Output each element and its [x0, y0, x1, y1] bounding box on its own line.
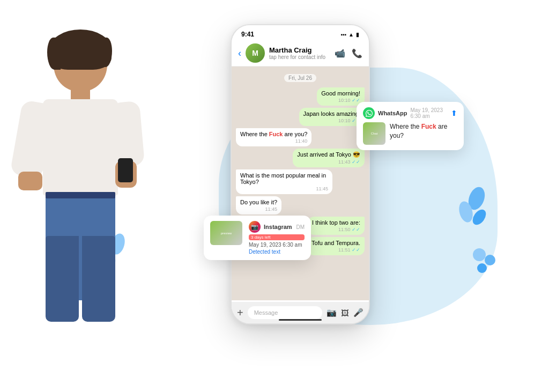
wa-popup-date: May 19, 2023 6:30 am — [410, 107, 448, 119]
sent-bubble-4: Just arrived at Tokyo 😎 11:43 ✓✓ — [293, 149, 365, 167]
message-2: Japan looks amazing! 10:10 ✓✓ — [236, 108, 365, 126]
status-icons: ▪▪▪ ▲ ▮ — [340, 32, 359, 38]
svg-point-10 — [477, 263, 487, 273]
camera-icon[interactable]: 📷 — [327, 308, 337, 317]
ig-popup-app-name: Instagram — [264, 224, 292, 230]
contact-avatar: M — [246, 43, 265, 63]
svg-point-9 — [485, 255, 495, 265]
instagram-icon: 📷 — [249, 221, 261, 233]
add-attachment-icon[interactable]: + — [237, 307, 243, 319]
chat-header[interactable]: ‹ M Martha Craig tap here for contact in… — [232, 40, 369, 66]
status-bar: 9:41 ▪▪▪ ▲ ▮ — [232, 25, 369, 40]
leaf-decoration-right2 — [471, 247, 498, 279]
wifi-icon: ▲ — [348, 32, 354, 38]
msg-text-8: Tofu and Tempura. — [311, 240, 360, 246]
phone-call-icon[interactable]: 📞 — [352, 48, 362, 58]
msg-text-3b: are you? — [283, 131, 308, 137]
sent-bubble-8: Tofu and Tempura. 11:51 ✓✓ — [307, 237, 365, 255]
msg-time-6: 11:45 — [240, 206, 277, 212]
message-1: Good morning! 10:10 ✓✓ — [236, 87, 365, 106]
contact-subtitle: tap here for contact info — [269, 54, 330, 60]
msg-time-2: 10:10 ✓✓ — [303, 118, 360, 123]
message-3: Where the Fuck are you? 11:40 — [236, 128, 365, 146]
message-4: Just arrived at Tokyo 😎 11:43 ✓✓ — [236, 149, 365, 167]
back-button[interactable]: ‹ — [238, 48, 241, 59]
phone-screen: 9:41 ▪▪▪ ▲ ▮ ‹ M Martha Craig tap here f… — [231, 24, 370, 324]
msg-time-3: 11:40 — [240, 138, 307, 144]
sent-bubble-7: I think top two are: 11:50 ✓✓ — [308, 217, 365, 235]
sent-bubble-1: Good morning! 10:10 ✓✓ — [317, 87, 365, 106]
battery-icon: ▮ — [356, 32, 359, 38]
gallery-icon[interactable]: 🖼 — [341, 308, 349, 317]
mic-icon[interactable]: 🎤 — [353, 308, 363, 317]
chat-messages: Fri, Jul 26 Good morning! 10:10 ✓✓ Japan… — [232, 66, 369, 300]
header-action-icons: 📹 📞 — [335, 48, 362, 58]
msg-time-8: 11:51 ✓✓ — [311, 247, 360, 253]
contact-name: Martha Craig — [269, 46, 330, 54]
contact-info[interactable]: Martha Craig tap here for contact info — [269, 46, 330, 60]
msg-text-2: Japan looks amazing! — [303, 110, 360, 117]
wa-popup-message: Where the Fuck are you? — [390, 122, 457, 140]
received-bubble-3: Where the Fuck are you? 11:40 — [236, 128, 311, 146]
msg-text-4: Just arrived at Tokyo 😎 — [297, 151, 360, 158]
ig-popup-date: May 19, 2023 6:30 am — [249, 242, 305, 248]
person-figure — [11, 32, 204, 354]
msg-text-3a: Where the — [240, 131, 269, 137]
message-input[interactable]: Message — [248, 306, 322, 319]
instagram-notification-popup: preview 📷 Instagram DM 3 days left May 1… — [204, 216, 311, 260]
msg-time-1: 10:10 ✓✓ — [321, 98, 360, 103]
ig-detected-text: Detected text — [249, 249, 305, 255]
msg-time-4: 11:43 ✓✓ — [297, 159, 360, 165]
msg-text-6: Do you like it? — [240, 199, 277, 205]
message-5: What is the most popular meal in Tokyo? … — [236, 169, 365, 194]
received-bubble-6: Do you like it? 11:45 — [236, 196, 281, 215]
msg-highlight-3: Fuck — [269, 131, 283, 137]
home-indicator — [279, 319, 322, 321]
msg-text-5: What is the most popular meal in Tokyo? — [240, 172, 326, 185]
msg-text-1: Good morning! — [321, 90, 360, 97]
status-time: 9:41 — [241, 31, 254, 38]
message-6: Do you like it? 11:45 — [236, 196, 365, 215]
svg-point-7 — [470, 207, 487, 227]
ig-days-left-badge: 3 days left — [249, 234, 305, 240]
date-divider: Fri, Jul 26 — [284, 74, 316, 82]
received-bubble-5: What is the most popular meal in Tokyo? … — [236, 169, 332, 194]
ig-thumbnail: preview — [210, 221, 242, 245]
ig-popup-type: DM — [296, 224, 305, 230]
signal-icon: ▪▪▪ — [340, 32, 346, 38]
wa-popup-app-name: WhatsApp — [378, 110, 407, 116]
sent-bubble-2: Japan looks amazing! 10:10 ✓✓ — [299, 108, 365, 126]
msg-text-7: I think top two are: — [312, 219, 360, 226]
wa-popup-download-icon[interactable]: ⬆ — [451, 109, 457, 117]
svg-point-8 — [473, 248, 486, 261]
msg-time-5: 11:45 — [240, 186, 328, 191]
video-call-icon[interactable]: 📹 — [335, 48, 345, 58]
whatsapp-notification-popup: WhatsApp May 19, 2023 6:30 am ⬆ Chat Whe… — [357, 102, 464, 150]
leaf-decoration-right — [450, 182, 487, 231]
msg-time-7: 11:50 ✓✓ — [312, 227, 360, 232]
phone-device: WhatsApp May 19, 2023 6:30 am ⬆ Chat Whe… — [231, 24, 370, 324]
whatsapp-icon — [363, 107, 375, 119]
